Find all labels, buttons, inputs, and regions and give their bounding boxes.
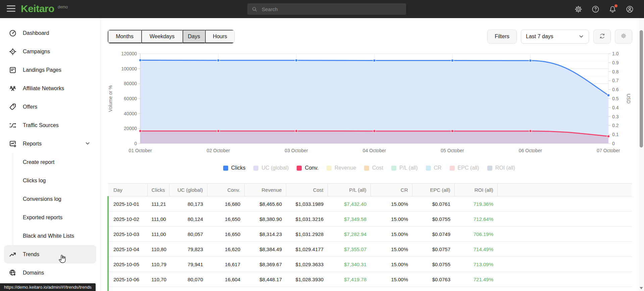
legend-item-roi-all[interactable]: ROI (all) xyxy=(487,165,515,171)
affiliate-networks-icon xyxy=(9,84,17,93)
svg-text:0.9: 0.9 xyxy=(612,60,619,65)
column-header-clicks[interactable]: Clicks xyxy=(147,184,169,196)
chevron-down-icon[interactable] xyxy=(85,141,90,146)
svg-text:60000: 60000 xyxy=(124,96,137,101)
sidebar-item-create-report[interactable]: Create report xyxy=(13,153,100,171)
table-body: 2025-10-01111,2180,17316,680$8,465.60$1,… xyxy=(108,196,632,291)
sidebar-item-trends[interactable]: Trends xyxy=(4,245,96,264)
sidebar-item-label: Reports xyxy=(23,141,42,147)
scroll-down-arrow-icon[interactable] xyxy=(640,287,643,289)
column-header-epc-all[interactable]: EPC (all) xyxy=(412,184,454,196)
sidebar-item-dashboard[interactable]: Dashboard xyxy=(4,24,96,42)
sidebar-item-traffic-sources[interactable]: Traffic Sources xyxy=(4,116,96,134)
legend-item-cost[interactable]: Cost xyxy=(364,165,383,171)
cell-revenue: $8,369.67 xyxy=(244,257,286,272)
cell-epc-all: $0.0743 xyxy=(412,287,454,291)
account-icon[interactable] xyxy=(626,5,634,13)
tab-hours[interactable]: Hours xyxy=(205,30,234,43)
legend-item-cr[interactable]: CR xyxy=(426,165,442,171)
legend-item-revenue[interactable]: Revenue xyxy=(327,165,356,171)
legend-item-epc-all[interactable]: EPC (all) xyxy=(450,165,479,171)
sidebar-item-exported-reports[interactable]: Exported reports xyxy=(13,208,100,227)
status-url-tooltip: https://demo.keitaro.io/admin/#!/trends/… xyxy=(0,283,96,291)
column-header-cost[interactable]: Cost xyxy=(286,184,328,196)
legend-item-uc-global[interactable]: UC (global) xyxy=(253,165,289,171)
cell-conv: 9,648 xyxy=(207,287,244,291)
svg-text:1.0: 1.0 xyxy=(612,51,619,56)
sidebar-item-landings-pages[interactable]: Landings Pages xyxy=(4,61,96,79)
cell-cr: 15.00% xyxy=(370,242,412,257)
cell-roi-all: 706.19% xyxy=(454,227,497,242)
tab-weekdays[interactable]: Weekdays xyxy=(141,30,183,43)
legend-label: CR xyxy=(434,165,442,171)
date-range-select[interactable]: Last 7 days xyxy=(521,30,589,44)
scrollbar-thumb[interactable] xyxy=(640,30,643,148)
notification-dot xyxy=(614,4,617,7)
menu-toggle-button[interactable] xyxy=(7,5,15,13)
cell-revenue: $8,314.23 xyxy=(244,227,286,242)
cell-cr: 15.00% xyxy=(370,257,412,272)
legend-label: ROI (all) xyxy=(495,165,515,171)
sidebar-item-label: Offers xyxy=(23,104,37,110)
refresh-button[interactable] xyxy=(593,30,611,44)
settings-icon[interactable] xyxy=(574,5,583,13)
table-row: 2025-10-05110,7979,94116,617$8,369.67$1,… xyxy=(108,257,632,272)
sidebar-item-domains[interactable]: Domains xyxy=(4,264,96,282)
cell-cost: $1,029.3633 xyxy=(286,257,328,272)
legend-item-clicks[interactable]: Clicks xyxy=(223,165,246,171)
column-header-day[interactable]: Day xyxy=(108,184,147,196)
sidebar-item-offers[interactable]: $Offers xyxy=(4,98,96,116)
cell-epc-all: $0.0757 xyxy=(412,242,454,257)
tab-months[interactable]: Months xyxy=(108,30,141,43)
legend-label: Clicks xyxy=(231,165,246,171)
column-header-revenue[interactable]: Revenue xyxy=(244,184,286,196)
chart-legend: ClicksUC (global)Conv.RevenueCostP/L (al… xyxy=(107,163,631,173)
cell-clicks: 111,21 xyxy=(147,196,169,212)
table-row: 2025-10-01111,2180,17316,680$8,465.60$1,… xyxy=(108,196,632,212)
svg-text:120000: 120000 xyxy=(121,51,137,56)
sidebar-item-conversions-log[interactable]: Conversions log xyxy=(13,190,100,208)
cell-p-l-all: $7,340.31 xyxy=(328,257,370,272)
cell-roi-all: 712.64% xyxy=(454,212,497,227)
svg-text:40000: 40000 xyxy=(124,111,137,116)
filters-button[interactable]: Filters xyxy=(487,30,517,44)
sidebar-item-campaigns[interactable]: Campaigns xyxy=(4,42,96,61)
chart-settings-button[interactable] xyxy=(615,30,632,44)
table-row: 2025-10-02111,0080,12416,650$8,380.90$1,… xyxy=(108,212,632,227)
domains-icon xyxy=(9,269,17,277)
search-input[interactable] xyxy=(261,6,402,12)
cell-cost: $1,028.3930 xyxy=(286,272,328,287)
notifications-bell-icon[interactable] xyxy=(608,5,617,13)
scrollbar-track[interactable] xyxy=(639,18,644,291)
sidebar-item-black-and-white-lists[interactable]: Black and White Lists xyxy=(13,227,100,245)
cell-conv: 16,650 xyxy=(207,212,244,227)
cell-filler xyxy=(497,242,632,257)
sidebar-item-clicks-log[interactable]: Clicks log xyxy=(13,171,100,190)
cell-conv: 16,680 xyxy=(207,196,244,212)
gear-icon xyxy=(621,33,627,40)
app-window: Keitaro demo DashboardCampaignsLandings … xyxy=(0,0,644,291)
cell-epc-all: $0.0755 xyxy=(412,212,454,227)
legend-label: Revenue xyxy=(335,165,356,171)
sidebar: DashboardCampaignsLandings PagesAffiliat… xyxy=(0,18,101,291)
svg-text:0.2: 0.2 xyxy=(612,123,619,128)
svg-text:0.8: 0.8 xyxy=(612,69,619,74)
cell-day: 2025-10-01 xyxy=(108,196,147,212)
sidebar-item-affiliate-networks[interactable]: Affiliate Networks xyxy=(4,79,96,98)
help-icon[interactable] xyxy=(591,5,600,13)
column-header-p-l-all[interactable]: P/L (all) xyxy=(328,184,370,196)
legend-item-conv[interactable]: Conv. xyxy=(297,165,318,171)
cell-roi-all: 721.49% xyxy=(454,272,497,287)
sidebar-item-reports[interactable]: Reports xyxy=(4,134,96,153)
column-header-conv[interactable]: Conv. xyxy=(207,184,244,196)
tab-days[interactable]: Days xyxy=(183,30,205,43)
cell-cr: 15.00% xyxy=(370,287,412,291)
legend-item-p-l-all[interactable]: P/L (all) xyxy=(391,165,418,171)
topbar-actions xyxy=(574,0,634,18)
app-logo[interactable]: Keitaro xyxy=(21,3,54,14)
column-header-roi-all[interactable]: ROI (all) xyxy=(454,184,497,196)
landing-pages-icon xyxy=(9,66,17,74)
column-header-uc-global[interactable]: UC (global) xyxy=(169,184,207,196)
search-box[interactable] xyxy=(247,3,406,15)
column-header-cr[interactable]: CR xyxy=(370,184,412,196)
